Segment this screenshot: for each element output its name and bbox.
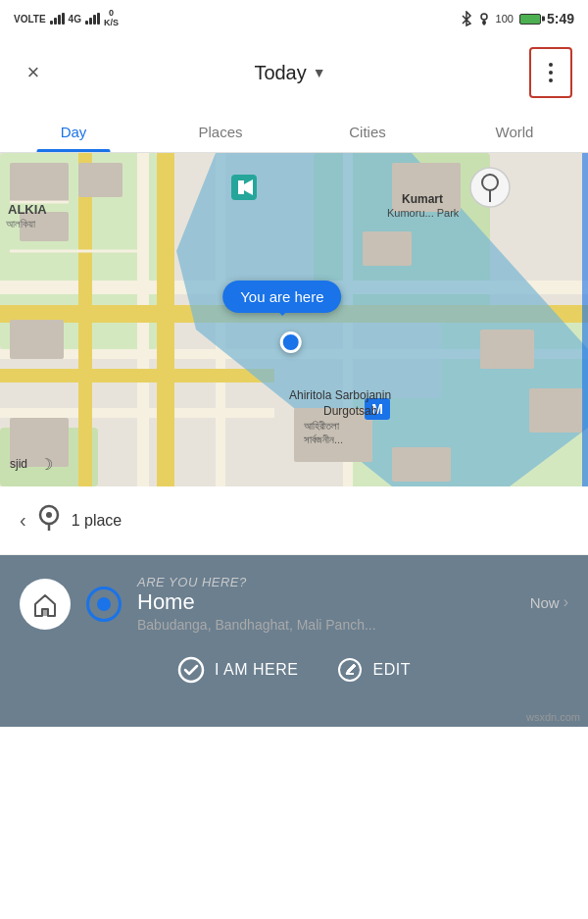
svg-point-41 [46,512,52,518]
card-text: ARE YOU HERE? Home Now › Babudanga, Band… [137,575,568,633]
status-left: VOLTE 4G 0K/S [14,9,119,28]
map-edge [582,153,588,486]
close-button[interactable]: × [16,60,51,85]
now-text: Now › [530,593,568,611]
pin-icon [38,504,60,536]
home-avatar [20,579,71,630]
alkia-label: ALKIA [8,202,47,217]
status-bar: VOLTE 4G 0K/S 100 5:49 [0,0,588,35]
title-area: Today ▼ [254,62,325,84]
time-display: 5:49 [547,11,574,26]
i-am-here-button[interactable]: I AM HERE [177,656,298,684]
back-arrow-button[interactable]: ‹ [20,509,26,532]
location-card: ARE YOU HERE? Home Now › Babudanga, Band… [0,555,588,707]
tab-day[interactable]: Day [0,110,147,152]
tab-cities[interactable]: Cities [294,110,441,152]
chevron-right-icon[interactable]: › [564,593,568,611]
bengali-label2: সার্বজনীন... [304,434,343,446]
battery-icon [519,14,541,25]
tab-bar: Day Places Cities World [0,110,588,153]
bengali-label1: আহিরীতলা [304,420,339,433]
edit-icon [337,657,363,683]
signal-bars [50,13,65,25]
dot1 [549,63,553,67]
place-name-row: Home Now › [137,589,568,615]
4g-label: 4G [69,14,81,25]
svg-rect-16 [0,369,274,383]
alkia-bengali-label: আলকিয়া [6,218,35,230]
durgotsab-label: Durgotsab [323,404,377,418]
dot2 [549,71,553,75]
page-title: Today [254,62,306,84]
tab-world[interactable]: World [441,110,588,152]
carrier-label: VOLTE [14,14,46,25]
card-main-row: ARE YOU HERE? Home Now › Babudanga, Band… [20,575,568,633]
more-options-button[interactable] [529,47,572,98]
location-icon [478,12,490,26]
info-bar: ‹ 1 place [0,486,588,555]
i-am-here-label: I AM HERE [215,661,298,679]
svg-rect-43 [42,609,48,616]
action-buttons: I AM HERE EDIT [20,656,568,684]
svg-point-0 [481,14,487,20]
sjid-label: sjid [10,457,27,471]
svg-rect-21 [10,320,64,359]
svg-rect-24 [363,231,412,266]
svg-rect-15 [78,153,92,486]
are-you-here-label: ARE YOU HERE? [137,575,568,589]
map-background: M [0,153,588,486]
svg-rect-28 [529,388,583,433]
wifi-signal [85,13,100,25]
bluetooth-icon [461,11,472,26]
places-count: 1 place [72,512,122,530]
watermark: wsxdn.com [0,707,588,727]
kumart-park-label: Kumoru... Park [387,207,459,219]
location-ring [86,587,122,622]
svg-rect-27 [480,330,534,369]
dot3 [549,78,553,82]
svg-marker-32 [238,180,244,194]
location-dot-inner [97,597,111,611]
place-name: Home [137,589,195,615]
tab-places[interactable]: Places [147,110,294,152]
status-right: 100 5:49 [461,11,574,26]
edit-button[interactable]: EDIT [337,656,410,684]
mosque-icon: ☽ [39,455,53,474]
svg-rect-18 [10,163,69,202]
home-icon [31,590,59,618]
title-dropdown-arrow[interactable]: ▼ [313,65,326,80]
check-icon [177,656,205,684]
top-bar: × Today ▼ [0,35,588,110]
svg-rect-26 [392,447,451,482]
edit-label: EDIT [372,661,410,679]
map-view[interactable]: M ALKIA আলকিয়া Kumart Kumoru... Park Ah… [0,153,588,486]
battery-label: 100 [496,13,514,25]
data-speed: 0K/S [104,9,119,28]
you-are-here-bubble: You are here [222,281,341,313]
map-pin-icon [38,504,60,532]
ahiritola-label: Ahiritola Sarbojanin [289,388,391,402]
location-dot [280,332,302,353]
svg-rect-20 [78,163,122,197]
svg-point-44 [179,658,203,682]
place-address: Babudanga, Bandhaghat, Mali Panch... [137,617,568,633]
kumart-label: Kumart [402,192,443,206]
